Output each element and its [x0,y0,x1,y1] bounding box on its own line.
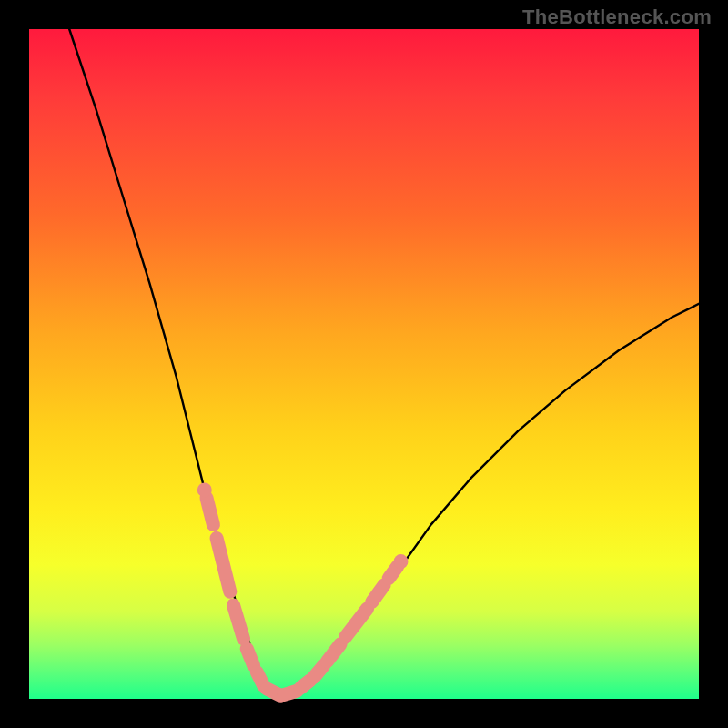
marker-segment [217,538,230,592]
marker-segment [257,672,263,686]
marker-segment [372,585,384,602]
plot-area [29,29,699,699]
curve-layer [29,29,699,699]
brand-watermark: TheBottleneck.com [522,5,712,29]
marker-segment [247,649,253,665]
marker-group [197,482,409,695]
marker-segment [314,665,324,677]
marker-segment [328,644,341,662]
marker-end-dot [197,482,212,497]
chart-stage: TheBottleneck.com [0,0,728,728]
marker-segment [207,498,213,524]
marker-segment [345,609,367,638]
marker-segment [234,605,244,639]
marker-segment [389,566,398,578]
marker-end-dot [394,554,409,569]
